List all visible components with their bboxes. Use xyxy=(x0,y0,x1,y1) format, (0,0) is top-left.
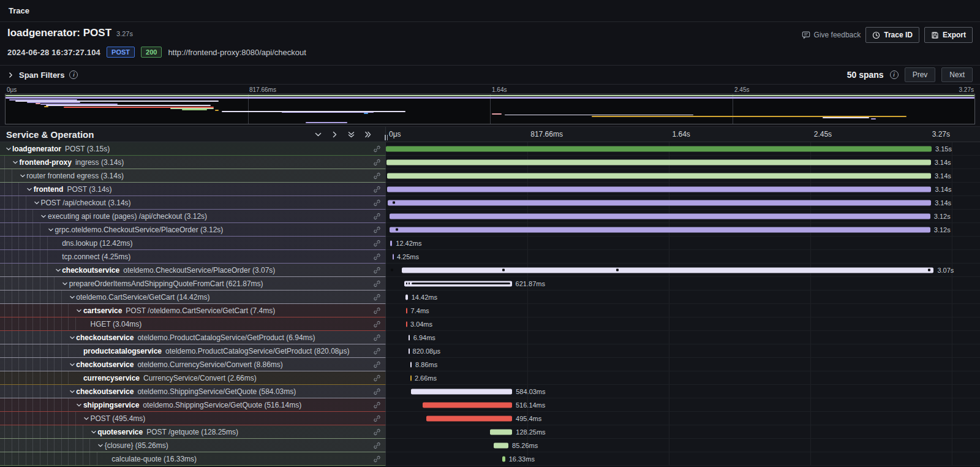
chevron-down-icon[interactable] xyxy=(47,227,55,233)
span-timeline-cell[interactable]: 3.14s xyxy=(386,156,980,169)
span-link-icon[interactable] xyxy=(373,374,381,382)
span-name-cell[interactable]: checkoutserviceoteldemo.ShippingService/… xyxy=(0,385,386,398)
span-bar[interactable] xyxy=(423,402,512,408)
span-bar[interactable] xyxy=(390,213,930,219)
span-bar[interactable] xyxy=(494,442,508,448)
span-bar[interactable] xyxy=(406,308,407,313)
span-bar[interactable] xyxy=(402,267,933,273)
span-timeline-cell[interactable]: 3.12s xyxy=(386,223,980,237)
chevron-down-icon[interactable] xyxy=(75,308,83,314)
span-link-icon[interactable] xyxy=(373,279,381,287)
give-feedback-link[interactable]: Give feedback xyxy=(802,31,861,39)
span-timeline-cell[interactable]: 85.26ms xyxy=(386,439,980,452)
span-name-cell[interactable]: dns.lookup (12.42ms) xyxy=(0,237,386,250)
chevron-down-icon[interactable] xyxy=(18,173,26,179)
span-link-icon[interactable] xyxy=(373,441,381,449)
span-bar[interactable] xyxy=(409,335,410,340)
span-timeline-cell[interactable]: 128.25ms xyxy=(386,425,980,439)
prev-button[interactable]: Prev xyxy=(905,67,936,82)
span-bar[interactable] xyxy=(411,389,512,394)
trace-minimap[interactable] xyxy=(5,94,975,124)
span-bar[interactable] xyxy=(387,173,931,178)
span-link-icon[interactable] xyxy=(373,360,381,368)
span-name-cell[interactable]: HGET (3.04ms) xyxy=(0,317,386,331)
span-link-icon[interactable] xyxy=(373,185,381,193)
span-name-cell[interactable]: grpc.oteldemo.CheckoutService/PlaceOrder… xyxy=(0,223,386,237)
span-name-cell[interactable]: productcatalogserviceoteldemo.ProductCat… xyxy=(0,344,386,358)
span-timeline-cell[interactable]: 516.14ms xyxy=(386,398,980,412)
chevron-down-icon[interactable] xyxy=(61,281,69,287)
collapse-one-icon[interactable] xyxy=(314,131,322,139)
chevron-down-icon[interactable] xyxy=(75,402,83,408)
span-name-cell[interactable]: executing api route (pages) /api/checkou… xyxy=(0,210,386,223)
span-bar[interactable] xyxy=(405,294,408,300)
next-button[interactable]: Next xyxy=(941,67,973,82)
span-link-icon[interactable] xyxy=(373,320,381,328)
span-name-cell[interactable]: POST (495.4ms) xyxy=(0,412,386,425)
span-link-icon[interactable] xyxy=(373,428,381,436)
span-bar[interactable] xyxy=(386,146,932,151)
span-timeline-cell[interactable]: 3.15s xyxy=(386,142,980,156)
span-link-icon[interactable] xyxy=(373,387,381,395)
chevron-down-icon[interactable] xyxy=(68,389,76,395)
span-name-cell[interactable]: cartservicePOST /oteldemo.CartService/Ge… xyxy=(0,304,386,317)
span-timeline-cell[interactable]: 3.12s xyxy=(386,210,980,223)
chevron-down-icon[interactable] xyxy=(97,442,105,449)
span-name-cell[interactable]: quoteservicePOST /getquote (128.25ms) xyxy=(0,425,386,439)
trace-id-button[interactable]: Trace ID xyxy=(865,27,919,43)
span-link-icon[interactable] xyxy=(373,212,381,220)
expand-one-icon[interactable] xyxy=(331,131,339,139)
span-bar[interactable] xyxy=(490,429,512,435)
span-timeline-cell[interactable]: 621.87ms xyxy=(386,277,980,290)
span-timeline-cell[interactable]: 4.25ms xyxy=(386,250,980,264)
span-timeline-cell[interactable]: 7.4ms xyxy=(386,304,980,317)
span-bar[interactable] xyxy=(393,254,394,259)
span-link-icon[interactable] xyxy=(373,306,381,314)
chevron-down-icon[interactable] xyxy=(89,429,97,435)
chevron-down-icon[interactable] xyxy=(26,186,34,192)
column-resize-handle[interactable] xyxy=(385,135,388,140)
span-link-icon[interactable] xyxy=(373,172,381,180)
span-timeline-cell[interactable]: 3.07s xyxy=(386,264,980,277)
chevron-down-icon[interactable] xyxy=(68,362,76,368)
span-link-icon[interactable] xyxy=(373,226,381,234)
span-link-icon[interactable] xyxy=(373,266,381,274)
span-name-cell[interactable]: calculate-quote (16.33ms) xyxy=(0,452,386,466)
chevron-down-icon[interactable] xyxy=(12,159,20,165)
span-name-cell[interactable]: checkoutserviceoteldemo.CheckoutService/… xyxy=(0,264,386,277)
chevron-down-icon[interactable] xyxy=(40,213,48,219)
span-bar[interactable] xyxy=(390,240,393,246)
span-name-cell[interactable]: loadgeneratorPOST (3.15s) xyxy=(0,142,386,156)
span-bar[interactable] xyxy=(409,348,410,354)
span-bar[interactable] xyxy=(502,456,505,461)
span-name-cell[interactable]: prepareOrderItemsAndShippingQuoteFromCar… xyxy=(0,277,386,290)
span-bar[interactable] xyxy=(390,227,930,232)
span-name-cell[interactable]: {closure} (85.26ms) xyxy=(0,439,386,452)
chevron-down-icon[interactable] xyxy=(32,200,40,206)
chevron-down-icon[interactable] xyxy=(4,146,12,152)
span-timeline-cell[interactable]: 14.42ms xyxy=(386,290,980,304)
span-name-cell[interactable]: shippingserviceoteldemo.ShippingService/… xyxy=(0,398,386,412)
span-link-icon[interactable] xyxy=(373,401,381,409)
span-name-cell[interactable]: currencyserviceCurrencyService/Convert (… xyxy=(0,371,386,385)
chevron-down-icon[interactable] xyxy=(54,267,62,273)
span-link-icon[interactable] xyxy=(373,414,381,422)
span-name-cell[interactable]: router frontend egress (3.14s) xyxy=(0,169,386,183)
span-timeline-cell[interactable]: 3.04ms xyxy=(386,317,980,331)
span-bar[interactable] xyxy=(387,186,931,192)
export-button[interactable]: Export xyxy=(924,27,973,43)
span-bar[interactable] xyxy=(410,375,412,381)
span-link-icon[interactable] xyxy=(373,145,381,153)
span-link-icon[interactable] xyxy=(373,158,381,166)
span-timeline-cell[interactable]: 495.4ms xyxy=(386,412,980,425)
span-bar[interactable] xyxy=(406,321,407,327)
span-link-icon[interactable] xyxy=(373,199,381,207)
span-bar[interactable] xyxy=(388,200,932,205)
chevron-down-icon[interactable] xyxy=(68,294,76,300)
span-link-icon[interactable] xyxy=(373,455,381,463)
span-timeline-cell[interactable]: 12.42ms xyxy=(386,237,980,250)
span-timeline-cell[interactable]: 584.03ms xyxy=(386,385,980,398)
span-name-cell[interactable]: checkoutserviceoteldemo.ProductCatalogSe… xyxy=(0,331,386,344)
chevron-down-icon[interactable] xyxy=(83,416,91,422)
info-icon[interactable]: i xyxy=(69,70,78,79)
